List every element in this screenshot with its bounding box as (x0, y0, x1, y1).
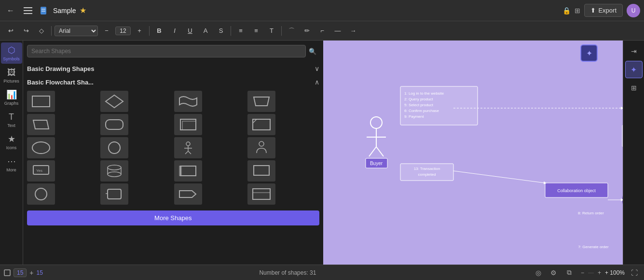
shape-person[interactable] (174, 137, 202, 158)
shape-rounded-rect[interactable] (100, 114, 128, 135)
layout-icon[interactable]: ⊞ (575, 7, 580, 14)
pen-button[interactable]: ✏ (300, 24, 314, 38)
lock-icon[interactable]: 🔒 (562, 7, 571, 14)
status-right: ◎ ⚙ ⧉ − — + + 100% ⛶ (533, 267, 640, 279)
toolbar-separator-3 (231, 26, 231, 36)
export-icon: ⬆ (590, 7, 596, 14)
shape-double-rect[interactable] (174, 114, 202, 135)
search-input[interactable] (27, 45, 306, 57)
italic-button[interactable]: I (168, 24, 181, 38)
align-center-button[interactable]: ≡ (249, 24, 263, 38)
shape-circle2[interactable] (27, 183, 55, 205)
svg-rect-38 (253, 189, 270, 199)
top-bar: ← Sample ★ 🔒 ⊞ ⬆ Export U (0, 0, 644, 21)
sidebar-item-more[interactable]: ⋯ More (1, 154, 22, 175)
sidebar-item-icons[interactable]: ★ Icons (1, 131, 22, 153)
shape-diamond[interactable] (100, 91, 128, 112)
shapes-grid: Yes (27, 89, 319, 207)
icons-label: Icons (6, 145, 17, 150)
align-left-button[interactable]: ≡ (234, 24, 247, 38)
page-number[interactable]: 15 (14, 268, 27, 277)
strikethrough-button[interactable]: S (214, 24, 228, 38)
shape-corner-rect[interactable] (247, 114, 275, 135)
shape-parallelogram[interactable] (27, 114, 55, 135)
svg-text:5: Select product: 5: Select product (404, 103, 434, 107)
shape-callout[interactable]: Yes (27, 160, 55, 182)
zoom-out-button[interactable]: − (579, 269, 586, 277)
status-icon-2[interactable]: ⚙ (548, 267, 560, 279)
right-properties-icon[interactable]: ✦ (625, 61, 643, 78)
status-bar: 15 + 15 Number of shapes: 31 ◎ ⚙ ⧉ − — +… (0, 265, 644, 280)
svg-text:7: Generate order: 7: Generate order (578, 245, 608, 249)
shape-arrow-rect[interactable] (174, 183, 202, 205)
top-bar-right: 🔒 ⊞ ⬆ Export U (562, 4, 640, 17)
more-shapes-button[interactable]: More Shapes (27, 210, 319, 225)
shape-flag[interactable] (247, 160, 275, 182)
sidebar-item-text[interactable]: T Text (1, 109, 22, 130)
basic-drawing-header[interactable]: Basic Drawing Shapes ∨ (27, 62, 319, 75)
bold-button[interactable]: B (152, 24, 166, 38)
diagram-canvas: Buyer 1: Log in to the website 2: Query … (323, 41, 623, 265)
shape-bracket-rect[interactable] (174, 160, 202, 182)
collapse-pages-button[interactable] (4, 269, 11, 276)
shape-trapezoid[interactable] (247, 91, 275, 112)
svg-rect-5 (41, 11, 45, 12)
fullscreen-button[interactable]: ⛶ (629, 267, 640, 279)
right-arrow-icon[interactable]: ⇥ (625, 42, 643, 60)
shape-cylinder[interactable] (100, 160, 128, 182)
shape-ellipse[interactable] (27, 137, 55, 158)
back-button[interactable]: ← (4, 4, 17, 17)
add-page-button[interactable]: + (29, 269, 33, 277)
doc-icon (39, 5, 49, 16)
svg-point-15 (32, 142, 50, 154)
text-button[interactable]: T (265, 24, 278, 38)
svg-text:9: Payment: 9: Payment (404, 114, 424, 119)
font-family-select[interactable]: Arial (55, 26, 98, 36)
ai-button[interactable]: ✦ (580, 44, 598, 62)
symbols-label: Symbols (3, 56, 20, 61)
page-label-display: 15 (37, 269, 43, 276)
right-apps-icon[interactable]: ⊞ (625, 79, 643, 97)
flowchart-header[interactable]: Basic Flowchart Sha... ∧ (27, 75, 319, 89)
font-color-button[interactable]: A (199, 24, 212, 38)
menu-button[interactable] (21, 4, 35, 17)
underline-button[interactable]: U (183, 24, 197, 38)
sidebar-item-graphs[interactable]: 📊 Graphs (1, 87, 22, 108)
redo-button[interactable]: ↪ (19, 24, 33, 38)
font-size-input[interactable] (115, 27, 131, 35)
svg-line-43 (369, 147, 376, 156)
status-icon-3[interactable]: ⧉ (563, 267, 575, 279)
zoom-in-button[interactable]: + (596, 269, 603, 277)
svg-rect-1 (24, 10, 32, 11)
canvas-area[interactable]: Buyer 1: Log in to the website 2: Query … (323, 41, 623, 265)
sidebar-item-symbols[interactable]: ⬡ Symbols (1, 42, 22, 64)
shape-person2[interactable] (247, 137, 275, 158)
shape-rect[interactable] (27, 91, 55, 112)
arrow-style-button[interactable]: → (346, 24, 360, 38)
status-icon-1[interactable]: ◎ (533, 267, 544, 279)
shape-wavy-rect[interactable] (174, 91, 202, 112)
graphs-label: Graphs (4, 101, 19, 106)
shape-rect2[interactable] (247, 183, 275, 205)
svg-rect-4 (41, 9, 45, 10)
increase-font-size-button[interactable]: + (133, 24, 146, 38)
svg-line-72 (453, 171, 545, 183)
svg-marker-37 (179, 191, 196, 197)
curve-button[interactable]: ⌒ (285, 24, 298, 38)
svg-point-17 (186, 142, 190, 146)
connector-button[interactable]: ⌐ (315, 24, 329, 38)
document-title: Sample (53, 7, 76, 14)
line-style-button[interactable]: — (331, 24, 344, 38)
style-button[interactable]: ◇ (35, 24, 48, 38)
avatar[interactable]: U (627, 4, 640, 17)
sidebar-item-pictures[interactable]: 🖼 Pictures (1, 65, 22, 86)
svg-line-20 (185, 151, 188, 154)
undo-button[interactable]: ↩ (4, 24, 17, 38)
search-button[interactable]: 🔍 (306, 44, 319, 58)
shape-circle[interactable] (100, 137, 128, 158)
svg-text:Yes: Yes (36, 168, 42, 173)
favorite-button[interactable]: ★ (80, 6, 86, 15)
decrease-font-size-button[interactable]: − (100, 24, 113, 38)
export-button[interactable]: ⬆ Export (584, 4, 623, 17)
shape-curly[interactable] (100, 183, 128, 205)
